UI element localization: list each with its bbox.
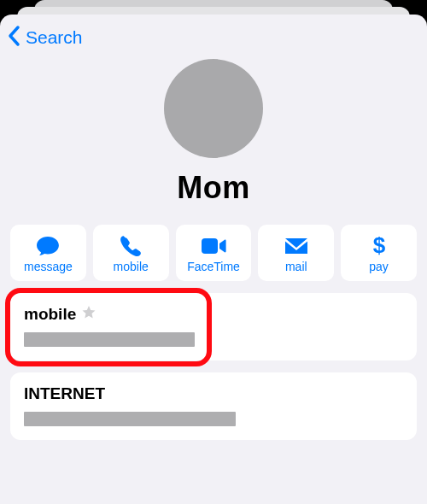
contact-sheet: Search Mom message mobile FaceTime bbox=[0, 15, 427, 504]
action-label: pay bbox=[369, 260, 389, 273]
nav-back[interactable]: Search bbox=[0, 15, 427, 57]
field-header: INTERNET bbox=[24, 384, 403, 403]
svg-rect-0 bbox=[202, 238, 218, 254]
action-row: message mobile FaceTime mail $ pay bbox=[0, 225, 427, 281]
pay-button[interactable]: $ pay bbox=[341, 225, 417, 281]
action-label: mail bbox=[285, 260, 307, 273]
profile-header: Mom bbox=[0, 59, 427, 206]
highlight-annotation bbox=[5, 288, 212, 366]
action-label: FaceTime bbox=[187, 260, 240, 273]
avatar[interactable] bbox=[164, 59, 263, 158]
svg-text:$: $ bbox=[372, 234, 385, 258]
nav-back-label: Search bbox=[26, 27, 83, 48]
mail-button[interactable]: mail bbox=[258, 225, 334, 281]
action-label: message bbox=[24, 260, 73, 273]
field-label: mobile bbox=[24, 305, 76, 324]
star-icon bbox=[81, 305, 97, 324]
dollar-icon: $ bbox=[372, 234, 386, 258]
video-icon bbox=[201, 234, 226, 258]
call-button[interactable]: mobile bbox=[93, 225, 169, 281]
phone-mobile-field[interactable]: mobile bbox=[10, 293, 417, 360]
message-icon bbox=[35, 234, 61, 258]
chevron-left-icon bbox=[7, 25, 22, 50]
message-button[interactable]: message bbox=[10, 225, 86, 281]
facetime-button[interactable]: FaceTime bbox=[176, 225, 252, 281]
phone-internet-field[interactable]: INTERNET bbox=[10, 372, 417, 440]
field-header: mobile bbox=[24, 305, 403, 324]
field-label: INTERNET bbox=[24, 384, 105, 403]
action-label: mobile bbox=[114, 260, 149, 273]
phone-icon bbox=[120, 234, 142, 258]
fields: mobile INTERNET bbox=[0, 293, 427, 440]
mail-icon bbox=[284, 234, 308, 258]
phone-value-redacted bbox=[24, 332, 195, 347]
contact-name: Mom bbox=[177, 170, 250, 206]
internet-value-redacted bbox=[24, 412, 236, 426]
